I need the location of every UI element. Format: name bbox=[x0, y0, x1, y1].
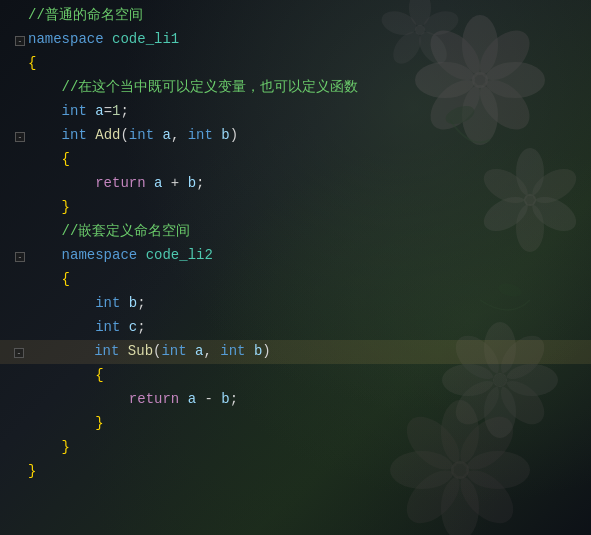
token-chinese-comment: //在这个当中既可以定义变量，也可以定义函数 bbox=[62, 79, 359, 95]
token-operator: - bbox=[204, 391, 212, 407]
line-content: { bbox=[28, 52, 36, 74]
fold-button[interactable]: - bbox=[14, 348, 24, 358]
line-content: } bbox=[28, 436, 70, 458]
token-type: int bbox=[62, 103, 87, 119]
token-keyword: namespace bbox=[28, 31, 104, 47]
token-plain bbox=[120, 319, 128, 335]
token-punctuation: ) bbox=[262, 343, 270, 359]
code-line: { bbox=[0, 364, 591, 388]
token-param: a bbox=[162, 127, 170, 143]
code-line: -namespace code_li1 bbox=[0, 28, 591, 52]
fold-gutter[interactable]: - bbox=[12, 36, 28, 46]
line-content: { bbox=[28, 148, 70, 170]
token-plain bbox=[179, 391, 187, 407]
token-punctuation: ; bbox=[120, 103, 128, 119]
token-plain bbox=[119, 343, 127, 359]
token-plain bbox=[187, 343, 195, 359]
line-content: } bbox=[28, 460, 36, 482]
editor-container: //普通的命名空间-namespace code_li1{ //在这个当中既可以… bbox=[0, 0, 591, 535]
line-content: int b; bbox=[28, 292, 146, 314]
token-plain bbox=[104, 31, 112, 47]
token-operator: + bbox=[171, 175, 179, 191]
token-variable: c bbox=[129, 319, 137, 335]
token-punctuation: ; bbox=[230, 391, 238, 407]
code-line: int a=1; bbox=[0, 100, 591, 124]
code-line: return a + b; bbox=[0, 172, 591, 196]
line-content: int a=1; bbox=[28, 100, 129, 122]
token-brace: { bbox=[28, 55, 36, 71]
token-param: a bbox=[195, 343, 203, 359]
token-variable: b bbox=[129, 295, 137, 311]
token-brace: { bbox=[95, 367, 103, 383]
code-line: - int Sub(int a, int b) bbox=[0, 340, 591, 364]
token-param: b bbox=[221, 127, 229, 143]
fold-button[interactable]: - bbox=[15, 36, 25, 46]
line-content: namespace code_li2 bbox=[28, 244, 213, 266]
token-variable: a bbox=[188, 391, 196, 407]
code-line: return a - b; bbox=[0, 388, 591, 412]
token-namespace-name: code_li2 bbox=[146, 247, 213, 263]
line-content: int c; bbox=[28, 316, 146, 338]
line-content: namespace code_li1 bbox=[28, 28, 179, 50]
token-punctuation: ; bbox=[137, 319, 145, 335]
code-line: int b; bbox=[0, 292, 591, 316]
token-type: int bbox=[220, 343, 245, 359]
token-chinese-comment: //普通的命名空间 bbox=[28, 7, 143, 23]
line-content: } bbox=[28, 412, 104, 434]
token-plain bbox=[246, 343, 254, 359]
code-line: - int Add(int a, int b) bbox=[0, 124, 591, 148]
token-type: int bbox=[95, 295, 120, 311]
token-operator: = bbox=[104, 103, 112, 119]
token-plain bbox=[179, 175, 187, 191]
token-variable: a bbox=[95, 103, 103, 119]
token-brace: } bbox=[62, 439, 70, 455]
token-return: return bbox=[129, 391, 179, 407]
token-type: int bbox=[62, 127, 87, 143]
token-punctuation: , bbox=[204, 343, 221, 359]
code-line: int c; bbox=[0, 316, 591, 340]
line-content: { bbox=[28, 364, 104, 386]
token-brace: { bbox=[62, 151, 70, 167]
token-namespace-name: code_li1 bbox=[112, 31, 179, 47]
code-line: - namespace code_li2 bbox=[0, 244, 591, 268]
token-type: int bbox=[94, 343, 119, 359]
line-content: //在这个当中既可以定义变量，也可以定义函数 bbox=[28, 76, 358, 98]
line-content: int Add(int a, int b) bbox=[28, 124, 238, 146]
token-return: return bbox=[95, 175, 145, 191]
fold-gutter[interactable]: - bbox=[11, 348, 27, 358]
line-content: return a + b; bbox=[28, 172, 204, 194]
token-brace: } bbox=[62, 199, 70, 215]
token-brace: { bbox=[62, 271, 70, 287]
token-plain bbox=[120, 295, 128, 311]
code-line: //普通的命名空间 bbox=[0, 4, 591, 28]
token-chinese-comment: //嵌套定义命名空间 bbox=[62, 223, 191, 239]
line-content: //嵌套定义命名空间 bbox=[28, 220, 190, 242]
token-punctuation: ) bbox=[230, 127, 238, 143]
token-keyword: namespace bbox=[62, 247, 138, 263]
token-function: Sub bbox=[128, 343, 153, 359]
token-plain bbox=[87, 103, 95, 119]
token-punctuation: , bbox=[171, 127, 188, 143]
line-content: { bbox=[28, 268, 70, 290]
token-type: int bbox=[161, 343, 186, 359]
token-brace: } bbox=[28, 463, 36, 479]
token-plain bbox=[87, 127, 95, 143]
fold-button[interactable]: - bbox=[15, 252, 25, 262]
code-editor: //普通的命名空间-namespace code_li1{ //在这个当中既可以… bbox=[0, 0, 591, 535]
token-punctuation: ( bbox=[120, 127, 128, 143]
code-line: } bbox=[0, 436, 591, 460]
code-line: } bbox=[0, 412, 591, 436]
line-content: } bbox=[28, 196, 70, 218]
fold-button[interactable]: - bbox=[15, 132, 25, 142]
code-line: { bbox=[0, 268, 591, 292]
fold-gutter[interactable]: - bbox=[12, 252, 28, 262]
code-line: } bbox=[0, 460, 591, 484]
token-brace: } bbox=[95, 415, 103, 431]
code-line: //在这个当中既可以定义变量，也可以定义函数 bbox=[0, 76, 591, 100]
token-punctuation: ; bbox=[137, 295, 145, 311]
fold-gutter[interactable]: - bbox=[12, 132, 28, 142]
token-function: Add bbox=[95, 127, 120, 143]
token-variable: b bbox=[221, 391, 229, 407]
token-variable: b bbox=[188, 175, 196, 191]
code-line: { bbox=[0, 148, 591, 172]
